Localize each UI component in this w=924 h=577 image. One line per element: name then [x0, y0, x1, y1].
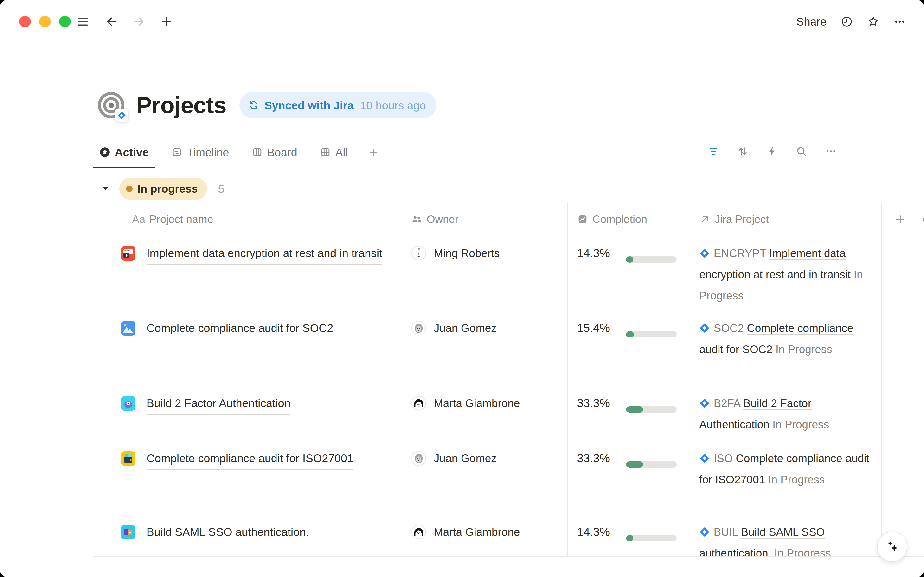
- table-header-row: Aa Project name Owner Completion Jira Pr…: [93, 203, 924, 236]
- share-button[interactable]: Share: [797, 14, 826, 29]
- progress-bar: [626, 256, 677, 263]
- column-header-owner[interactable]: Owner: [401, 203, 567, 236]
- table-row[interactable]: Implement data encryption at rest and in…: [93, 236, 924, 311]
- minimize-window-button[interactable]: [39, 16, 51, 27]
- window-controls: [19, 16, 71, 27]
- owner-cell[interactable]: Marta Giambrone: [401, 515, 567, 556]
- project-name-link[interactable]: Build SAML SSO authentication.: [146, 521, 309, 543]
- filter-icon[interactable]: [707, 145, 720, 158]
- empty-cell: [881, 311, 924, 386]
- jira-status: In Progress: [772, 418, 829, 430]
- jira-issue-key: B2FA: [714, 397, 740, 409]
- empty-cell: [881, 236, 924, 311]
- jira-status: In Progress: [768, 473, 824, 486]
- view-tabs-bar: Active Timeline Board All: [93, 137, 924, 168]
- owner-avatar: [411, 524, 426, 540]
- owner-cell[interactable]: Ming Roberts: [401, 236, 567, 311]
- view-options-icon[interactable]: [825, 145, 837, 158]
- sidebar-menu-icon[interactable]: [77, 15, 89, 28]
- back-icon[interactable]: [105, 15, 118, 28]
- completion-percent: 33.3%: [577, 448, 619, 469]
- table-grid-icon: [320, 147, 331, 158]
- project-app-icon: [121, 396, 135, 411]
- project-name-link[interactable]: Build 2 Factor Authentication: [146, 393, 291, 414]
- jira-status: In Progress: [776, 343, 832, 356]
- progress-bar-fill: [626, 461, 643, 468]
- group-header: In progress 5: [101, 175, 924, 203]
- empty-cell: [881, 386, 924, 441]
- completion-cell[interactable]: 14.3%: [567, 515, 691, 556]
- owner-cell[interactable]: Juan Gomez: [401, 311, 567, 386]
- jira-project-cell[interactable]: SOC2 Complete compliance audit for SOC2 …: [691, 311, 881, 386]
- completion-cell[interactable]: 33.3%: [567, 386, 691, 441]
- status-pill[interactable]: In progress: [119, 178, 207, 200]
- empty-cell: [881, 442, 924, 515]
- progress-bar-fill: [626, 406, 643, 413]
- automation-lightning-icon[interactable]: [766, 145, 778, 158]
- jira-project-cell[interactable]: ISO Complete compliance audit for ISO270…: [691, 442, 881, 515]
- zoom-window-button[interactable]: [59, 16, 71, 27]
- jira-project-cell[interactable]: BUIL Build SAML SSO authentication. In P…: [691, 515, 881, 556]
- forward-icon[interactable]: [133, 15, 145, 28]
- completion-cell[interactable]: 15.4%: [567, 311, 691, 386]
- owner-cell[interactable]: Marta Giambrone: [401, 386, 567, 441]
- new-tab-icon[interactable]: [160, 15, 173, 28]
- tab-board[interactable]: Board: [245, 137, 304, 168]
- page-target-icon[interactable]: [97, 91, 125, 120]
- arrow-up-right-icon: [699, 214, 710, 225]
- owner-name: Juan Gomez: [434, 448, 497, 469]
- column-header-completion[interactable]: Completion: [567, 203, 691, 236]
- completion-percent: 14.3%: [577, 243, 619, 264]
- jira-project-cell[interactable]: ENCRYPT Implement data encryption at res…: [691, 236, 881, 311]
- more-options-icon[interactable]: [893, 15, 906, 28]
- completion-cell[interactable]: 33.3%: [567, 442, 691, 515]
- board-icon: [252, 147, 263, 158]
- sort-icon[interactable]: [737, 145, 749, 158]
- progress-bar: [626, 331, 677, 337]
- tab-all[interactable]: All: [313, 137, 354, 168]
- page-title[interactable]: Projects: [136, 92, 227, 119]
- status-label: In progress: [137, 182, 198, 195]
- column-header-jira-project[interactable]: Jira Project: [691, 203, 881, 236]
- jira-issue-key: ISO: [714, 452, 733, 464]
- jira-project-cell[interactable]: B2FA Build 2 Factor Authentication In Pr…: [691, 386, 881, 441]
- favorite-star-icon[interactable]: [867, 15, 879, 28]
- sync-icon: [248, 100, 259, 111]
- owner-cell[interactable]: Juan Gomez: [401, 442, 567, 515]
- titlebar: Share: [0, 0, 924, 44]
- table-row[interactable]: Build 2 Factor Authentication Marta Giam…: [93, 386, 924, 442]
- tab-timeline[interactable]: Timeline: [165, 137, 236, 168]
- add-column-button[interactable]: [881, 203, 924, 236]
- project-app-icon: [121, 246, 135, 261]
- history-clock-icon[interactable]: [840, 15, 853, 28]
- close-window-button[interactable]: [19, 16, 31, 27]
- table-row[interactable]: Complete compliance audit for ISO27001 J…: [93, 442, 924, 515]
- table-body: Implement data encryption at rest and in…: [93, 236, 924, 556]
- owner-avatar: [411, 246, 426, 261]
- projects-table: Aa Project name Owner Completion Jira Pr…: [93, 203, 924, 556]
- text-type-icon: Aa: [132, 213, 146, 225]
- jira-sync-badge[interactable]: Synced with Jira 10 hours ago: [239, 92, 437, 118]
- tab-active[interactable]: Active: [93, 137, 156, 168]
- project-name-link[interactable]: Implement data encryption at rest and in…: [146, 243, 382, 264]
- owner-name: Marta Giambrone: [434, 521, 520, 543]
- jira-issue-key: BUIL: [714, 526, 738, 538]
- notion-ai-button[interactable]: [877, 532, 907, 562]
- table-row[interactable]: Complete compliance audit for SOC2 Juan …: [93, 311, 924, 386]
- table-row[interactable]: Build SAML SSO authentication. Marta Gia…: [93, 515, 924, 556]
- project-name-link[interactable]: Complete compliance audit for ISO27001: [146, 448, 354, 470]
- progress-bar-fill: [626, 535, 633, 542]
- collapse-triangle-icon[interactable]: [101, 184, 110, 193]
- project-name-cell: Build 2 Factor Authentication: [93, 386, 401, 441]
- search-icon[interactable]: [795, 145, 808, 158]
- add-view-button[interactable]: [364, 137, 387, 168]
- completion-cell[interactable]: 14.3%: [567, 236, 691, 311]
- column-header-project-name[interactable]: Aa Project name: [93, 203, 401, 236]
- plus-icon: [368, 147, 379, 158]
- project-name-link[interactable]: Complete compliance audit for SOC2: [146, 318, 333, 339]
- project-app-icon: [121, 321, 135, 335]
- progress-bar-fill: [626, 331, 634, 337]
- star-circle-icon: [100, 147, 111, 158]
- project-name-cell: Build SAML SSO authentication.: [93, 515, 401, 556]
- owner-name: Juan Gomez: [434, 318, 497, 339]
